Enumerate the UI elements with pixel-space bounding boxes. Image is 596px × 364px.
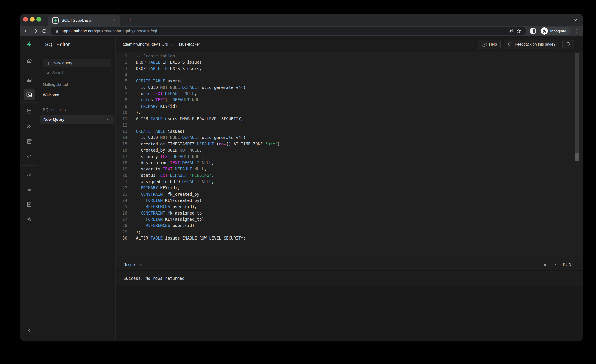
new-tab-button[interactable]: + [127, 16, 134, 23]
sidebar-item-table-editor[interactable] [24, 74, 35, 85]
run-options-chevron-icon[interactable] [553, 263, 557, 267]
code-line[interactable]: 12 [116, 122, 583, 128]
search-box[interactable] [43, 69, 111, 77]
search-input[interactable] [52, 71, 108, 75]
breadcrumb-project[interactable]: issue-tracker [177, 42, 200, 46]
line-number: 20 [116, 172, 127, 178]
breadcrumb-org[interactable]: adam@windmill.dev's Org [123, 42, 168, 46]
close-window-button[interactable] [23, 17, 28, 22]
sidebar-item-authentication[interactable] [24, 121, 35, 132]
code-line[interactable]: 4 [116, 72, 583, 78]
code-line[interactable]: 24 FOREIGN KEY(created_by) [116, 197, 583, 204]
help-label: Help [489, 42, 497, 46]
results-dropdown[interactable]: Results [124, 263, 143, 267]
side-panel-icon [530, 28, 536, 34]
sql-code-editor[interactable]: 1-- Create tables2DROP TABLE IF EXISTS i… [116, 52, 583, 259]
forward-button[interactable] [31, 26, 40, 36]
feedback-button[interactable]: Feedback on this page? [504, 40, 559, 49]
sidebar-item-reports[interactable] [24, 169, 35, 180]
sidebar-item-database[interactable] [24, 106, 35, 117]
code-line[interactable]: 17 summary TEXT DEFAULT NULL, [116, 154, 583, 160]
code-line[interactable]: 1-- Create tables [116, 53, 583, 59]
new-query-button[interactable]: New query [43, 59, 111, 67]
sidebar-item-edge-functions[interactable] [24, 151, 35, 162]
code-line[interactable]: 20 status TEXT DEFAULT 'PENDING', [116, 172, 583, 178]
line-number: 2 [116, 59, 127, 65]
line-number: 28 [116, 223, 127, 229]
line-content: summary TEXT DEFAULT NULL, [136, 154, 204, 159]
sidebar-rail [20, 52, 38, 341]
code-line[interactable]: 19 severity TEXT DEFAULT NULL, [116, 166, 583, 172]
code-line[interactable]: 14 id UUID NOT NULL DEFAULT uuid_generat… [116, 134, 583, 141]
code-line[interactable]: 6 id UUID NOT NULL DEFAULT uuid_generate… [116, 84, 583, 91]
line-content: DROP TABLE IF EXISTS users; [136, 66, 202, 71]
sidebar-item-api-docs[interactable] [24, 199, 35, 210]
supabase-logo[interactable] [20, 37, 38, 52]
code-line[interactable]: 30ALTER TABLE issues ENABLE ROW LEVEL SE… [116, 235, 583, 241]
side-panel-button[interactable] [529, 27, 537, 35]
code-line[interactable]: 3DROP TABLE IF EXISTS users; [116, 66, 583, 72]
favorite-heart-icon[interactable]: ♥ [543, 262, 547, 268]
bell-icon [566, 42, 571, 47]
tab-search-chevron-icon[interactable] [572, 17, 578, 23]
sidebar-item-storage[interactable] [24, 136, 35, 147]
plus-icon [46, 61, 51, 65]
line-content: name TEXT DEFAULT NULL, [136, 91, 197, 96]
line-number: 1 [116, 53, 127, 59]
code-line[interactable]: 8 roles TEXT[] DEFAULT NULL, [116, 97, 583, 103]
code-line[interactable]: 28 REFERENCES users(id) [116, 223, 583, 229]
run-button[interactable]: RUN [563, 263, 571, 267]
window-controls [23, 17, 41, 22]
eye-off-icon[interactable] [507, 27, 515, 35]
sidebar-item-logs[interactable] [24, 184, 35, 195]
code-line[interactable]: 16 created_by UUID NOT NULL, [116, 147, 583, 153]
code-line[interactable]: 5CREATE TABLE users( [116, 78, 583, 84]
back-button[interactable] [22, 26, 31, 36]
code-line[interactable]: 10); [116, 109, 583, 116]
line-content: ALTER TABLE issues ENABLE ROW LEVEL SECU… [136, 236, 246, 240]
code-line[interactable]: 15 created_at TIMESTAMPTZ DEFAULT (now()… [116, 141, 583, 147]
close-tab-icon[interactable]: × [112, 17, 117, 24]
chevron-down-icon [106, 118, 110, 122]
code-line[interactable]: 9 PRIMARY KEY(id) [116, 103, 583, 109]
sidebar-item-home[interactable] [24, 55, 35, 66]
line-number: 7 [116, 91, 127, 97]
code-line[interactable]: 25 REFERENCES users(id), [116, 204, 583, 210]
sidebar-item-account[interactable] [24, 325, 35, 337]
line-number: 21 [116, 178, 127, 185]
code-line[interactable]: 2DROP TABLE IF EXISTS issues; [116, 59, 583, 65]
reload-button[interactable] [40, 26, 49, 36]
code-line[interactable]: 13CREATE TABLE issues( [116, 128, 583, 134]
browser-menu-icon[interactable]: ⋮ [573, 28, 579, 34]
minimize-window-button[interactable] [30, 17, 35, 22]
help-button[interactable]: ? Help [478, 40, 501, 49]
code-line[interactable]: 22 PRIMARY KEY(id), [116, 185, 583, 191]
notifications-button[interactable] [562, 40, 574, 49]
sidebar-item-sql-editor[interactable] [24, 89, 35, 100]
code-line[interactable]: 26 CONSTRAINT fk_assigned_to [116, 210, 583, 216]
line-content: PRIMARY KEY(id), [136, 186, 180, 190]
code-line[interactable]: 21 assigned_to UUID DEFAULT NULL, [116, 178, 583, 185]
sidebar-item-new-query-snippet[interactable]: New Query [40, 115, 114, 124]
editor-scrollbar[interactable] [575, 53, 579, 153]
sidebar-item-welcome[interactable]: Welcome [43, 93, 59, 97]
line-number: 25 [116, 204, 127, 210]
chevron-down-icon [140, 263, 143, 267]
query-result-message: Success. No rows returned [116, 271, 583, 286]
browser-tab[interactable]: SQL | Supabase × [48, 15, 120, 25]
line-number: 29 [116, 229, 127, 235]
code-line[interactable]: 23 CONSTRAINT fk_created_by [116, 191, 583, 197]
code-line[interactable]: 11ALTER TABLE users ENABLE ROW LEVEL SEC… [116, 116, 583, 122]
tab-strip: SQL | Supabase × + [20, 14, 583, 25]
sidebar-item-settings[interactable] [24, 214, 35, 225]
code-line[interactable]: 18 description TEXT DEFAULT NULL, [116, 160, 583, 166]
code-line[interactable]: 7 name TEXT DEFAULT NULL, [116, 91, 583, 97]
bookmark-star-icon[interactable] [515, 27, 523, 35]
code-line[interactable]: 27 FOREIGN KEY(assigned_to) [116, 216, 583, 223]
line-number: 26 [116, 210, 127, 216]
line-content: ); [136, 230, 141, 234]
code-line[interactable]: 29); [116, 229, 583, 235]
line-number: 5 [116, 78, 127, 84]
maximize-window-button[interactable] [37, 17, 41, 22]
url-bar[interactable]: app.supabase.com/project/azahtnhqohyjerz… [51, 27, 526, 35]
